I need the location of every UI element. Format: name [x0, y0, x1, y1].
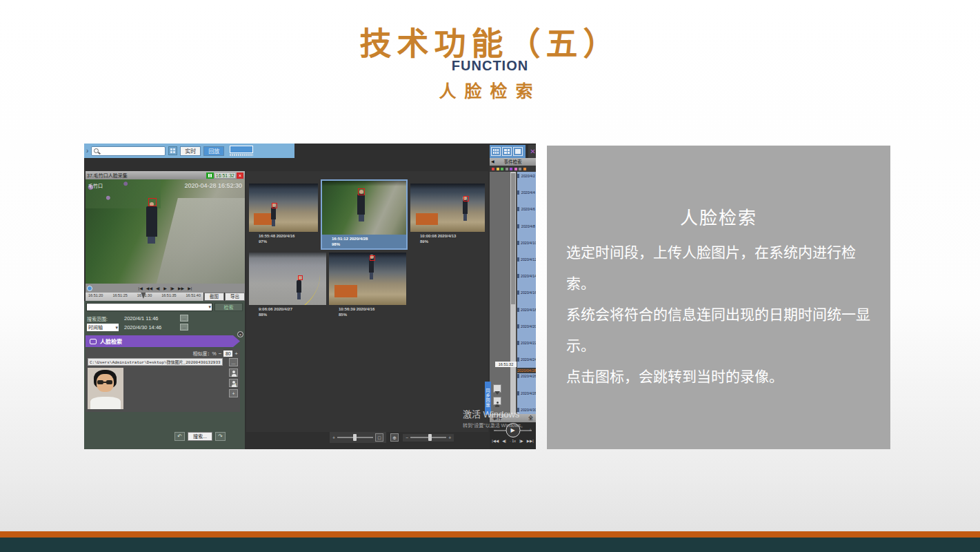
timeline-mode-dropdown[interactable]: 时间轴: [87, 324, 119, 331]
tick-label: 16:51:40: [186, 293, 201, 301]
pause-icon[interactable]: [206, 172, 214, 179]
result-score: 97%: [259, 239, 318, 244]
live-mode-button[interactable]: 实时: [180, 146, 201, 156]
transport-rewind-button[interactable]: ◀◀: [146, 286, 152, 290]
result-thumbnail[interactable]: 10:00:08 2020/4/13 89%: [410, 184, 485, 246]
player-step-back-button[interactable]: ◀|: [502, 439, 506, 443]
camera-name-osd: 毛竹口: [88, 182, 103, 189]
search-range-label: 搜索范围:: [87, 315, 108, 322]
person-filter-button[interactable]: [493, 397, 501, 405]
event-dot-pink[interactable]: [514, 168, 517, 170]
search-input[interactable]: [91, 146, 166, 156]
play-button[interactable]: ▶: [506, 423, 520, 437]
all-tab[interactable]: 全: [528, 414, 533, 422]
scrollbar-thumb[interactable]: [511, 173, 515, 304]
result-thumbnail-selected[interactable]: 16:51:12 2020/4/28 98%: [321, 179, 408, 250]
center-view-button[interactable]: ⊕: [390, 433, 399, 442]
event-dot-gray2[interactable]: [519, 168, 521, 170]
timeline-zoom-in-label[interactable]: +: [448, 435, 451, 440]
fit-button[interactable]: □: [375, 433, 383, 442]
grid-4-view-icon[interactable]: [502, 147, 512, 156]
uploaded-face-photo[interactable]: [88, 368, 123, 409]
result-thumbnail[interactable]: 9:06:06 2020/4/27 88%: [249, 253, 326, 319]
snapshot-button[interactable]: 截图: [204, 293, 224, 301]
similarity-increase-button[interactable]: +: [234, 351, 238, 357]
face-search-banner[interactable]: 人脸检索: [86, 335, 240, 347]
timeline-ruler[interactable]: 16:51:20 16:51:25 16:51:30 16:51:35 16:5…: [86, 293, 203, 301]
face-search-banner-label: 人脸检索: [100, 337, 122, 345]
timeline-zoom-slider[interactable]: [410, 437, 446, 438]
face-image-path-input[interactable]: [88, 358, 223, 366]
detected-person: [146, 206, 157, 237]
event-timeline-sidebar: ◀ 事件检索 2020/4/2 2020/4/4 2020/4/6: [490, 158, 536, 414]
timestamp-osd: 2020-04-28 16:52:30: [184, 182, 242, 189]
chevron-right-icon[interactable]: ›: [86, 147, 88, 155]
timeline-scrollbar[interactable]: [510, 172, 516, 414]
clock-icon: [87, 286, 92, 291]
collapse-icon[interactable]: ◀: [491, 158, 494, 166]
result-time: 9:06:06 2020/4/27: [259, 306, 326, 312]
camera-thumbnail-tile[interactable]: [230, 146, 253, 156]
add-image-button[interactable]: +: [229, 389, 238, 397]
event-dot-purple[interactable]: [510, 168, 512, 170]
face-search-person-button[interactable]: [229, 368, 238, 377]
zoom-out-label[interactable]: +: [332, 435, 335, 440]
timeline-zoom-out-label[interactable]: −: [406, 435, 408, 440]
result-thumbnail[interactable]: 16:55:48 2020/4/16 97%: [249, 184, 318, 246]
start-datetime-value[interactable]: 2020/4/1 11:46: [124, 315, 178, 322]
timeline-row: 16:51:20 16:51:25 16:51:30 16:51:35 16:5…: [86, 293, 245, 301]
single-view-icon[interactable]: [513, 147, 523, 156]
speed-plus-mark: +: [529, 428, 532, 433]
player-last-button[interactable]: ▶▶|: [527, 439, 534, 443]
thumbnail-size-slider[interactable]: [337, 437, 373, 438]
transport-play-button[interactable]: ▶: [163, 286, 167, 290]
transport-last-button[interactable]: ▶|: [188, 286, 192, 290]
date-label: 2020/4/6: [517, 207, 535, 211]
redo-button[interactable]: ↷: [215, 432, 226, 441]
event-dot-red[interactable]: [492, 168, 494, 170]
playback-mode-button[interactable]: 回放: [203, 146, 224, 156]
event-dot-green[interactable]: [501, 168, 503, 170]
search-go-button[interactable]: 检索: [214, 303, 243, 311]
event-tab[interactable]: 事件: [492, 414, 502, 422]
video-frame[interactable]: 毛竹口 2020-04-28 16:52:30: [86, 179, 245, 284]
end-datetime-value[interactable]: 2020/4/30 14:46: [124, 324, 178, 331]
filter-button[interactable]: [493, 384, 501, 393]
result-score: 98%: [332, 241, 406, 247]
event-dot-gray[interactable]: [506, 168, 508, 170]
add-person-button[interactable]: +: [229, 379, 238, 387]
sync-playback-tab[interactable]: 同步回放: [485, 382, 491, 415]
event-dot-yellow[interactable]: [497, 168, 499, 170]
banner-close-icon[interactable]: ×: [237, 331, 243, 337]
timeline-marker-date: 2020/04/28: [517, 368, 536, 373]
similarity-decrease-button[interactable]: −: [219, 351, 222, 357]
player-speed-label[interactable]: · 1x: [510, 439, 516, 443]
camera-select-dropdown[interactable]: [86, 303, 212, 311]
transport-step-forward-button[interactable]: |▶: [170, 286, 174, 290]
date-label: 2020/4/28: [517, 391, 535, 395]
result-thumbnail[interactable]: 10:56:39 2020/4/16 85%: [329, 253, 406, 319]
date-ruler[interactable]: 2020/4/2 2020/4/4 2020/4/6 2020/4/8 2020…: [517, 172, 536, 414]
end-date-picker-button[interactable]: ...: [180, 324, 188, 331]
undo-button[interactable]: ↶: [174, 432, 185, 441]
playback-transport-bar: |◀ ◀◀ ◀| ▶ |▶ ▶▶ ▶|: [86, 284, 245, 293]
export-button[interactable]: 导出: [225, 293, 245, 301]
transport-step-back-button[interactable]: ◀|: [156, 286, 160, 290]
transport-fast-forward-button[interactable]: ▶▶: [178, 286, 184, 290]
layout-grid-button[interactable]: [168, 146, 177, 155]
similarity-value[interactable]: 80: [223, 351, 232, 357]
grid-9-view-icon[interactable]: [491, 147, 501, 156]
start-date-picker-button[interactable]: ...: [180, 315, 188, 322]
close-icon[interactable]: ×: [237, 172, 243, 179]
transport-first-button[interactable]: |◀: [139, 286, 143, 290]
date-label: 2020/4/20: [517, 324, 535, 328]
player-step-forward-button[interactable]: |▶: [519, 439, 523, 443]
description-line-2: 系统会将符合的信息连同出现的日期时间统一显示。: [566, 299, 874, 361]
bottom-search-button[interactable]: 搜索...: [188, 432, 212, 441]
zoom-controls: + □ ⊕ − +: [330, 433, 454, 442]
face-search-icon: [90, 339, 97, 344]
browse-file-button[interactable]: ...: [229, 358, 238, 366]
player-first-button[interactable]: |◀◀: [492, 439, 499, 443]
tools-close-icon[interactable]: ✕: [528, 145, 536, 158]
event-dot-orange[interactable]: [523, 168, 526, 170]
